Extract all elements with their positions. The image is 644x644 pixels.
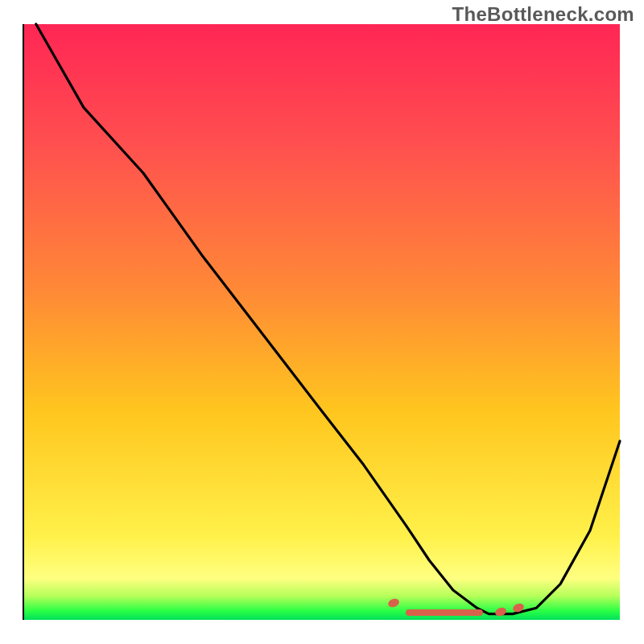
marker-dash bbox=[406, 609, 483, 616]
watermark-text: TheBottleneck.com bbox=[452, 3, 634, 26]
bottleneck-curve bbox=[24, 24, 620, 620]
plot-area bbox=[24, 24, 620, 620]
chart-container: TheBottleneck.com bbox=[0, 0, 644, 644]
curve-path bbox=[36, 24, 620, 614]
